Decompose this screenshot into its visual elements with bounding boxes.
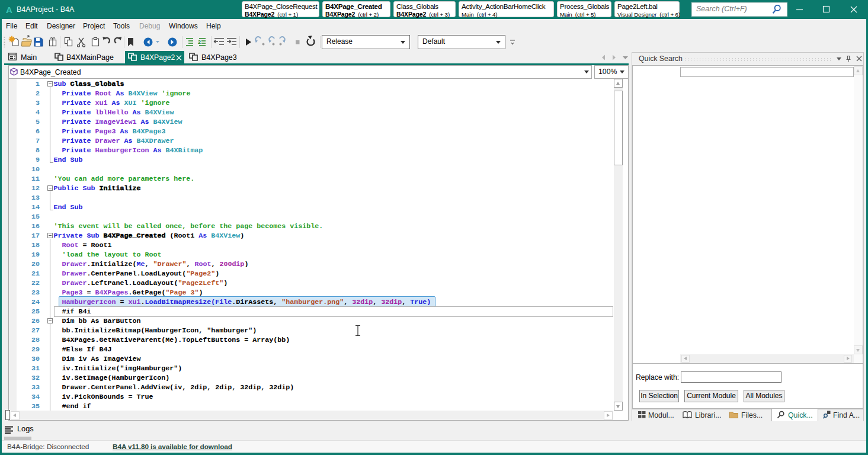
- svg-text:2: 2: [198, 39, 201, 45]
